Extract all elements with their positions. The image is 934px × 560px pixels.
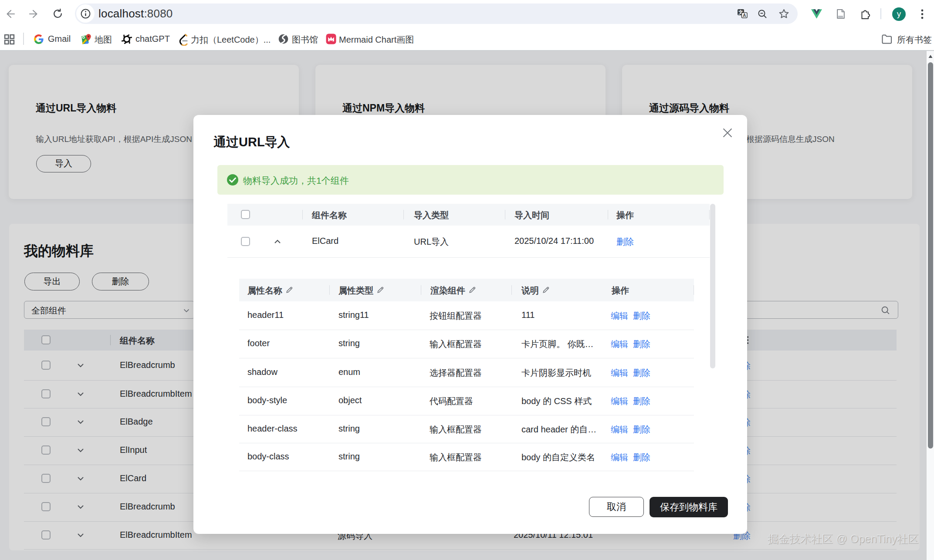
svg-text:A: A: [743, 13, 746, 18]
